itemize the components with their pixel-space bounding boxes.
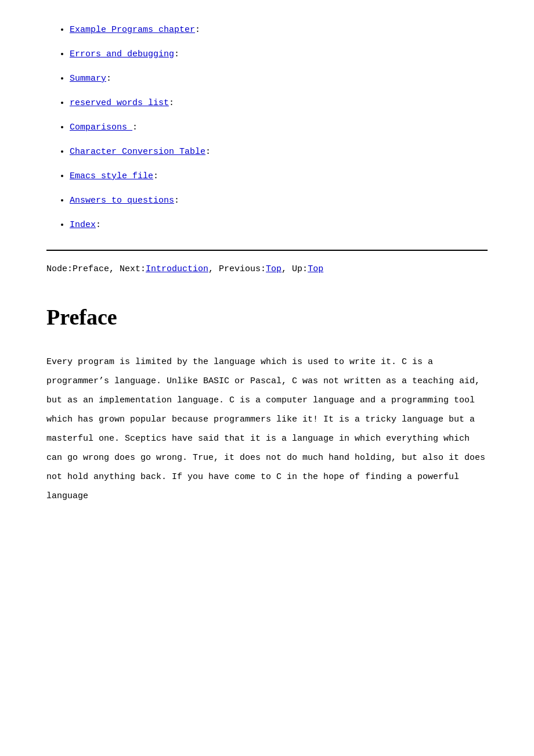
list-item: Emacs style file: — [70, 170, 488, 183]
list-item: Index: — [70, 218, 488, 232]
node-nav-end: , Up: — [282, 264, 308, 274]
page-title: Preface — [46, 300, 488, 335]
list-item: Summary: — [70, 72, 488, 86]
nav-link-character-conversion[interactable]: Character Conversion Table — [70, 147, 205, 157]
body-content: Every program is limited by the language… — [46, 352, 488, 506]
nav-link-example-programs[interactable]: Example Programs chapter — [70, 25, 195, 35]
prev-link[interactable]: Top — [266, 264, 282, 274]
nav-link-index[interactable]: Index — [70, 220, 96, 230]
nav-list: Example Programs chapter:Errors and debu… — [46, 23, 488, 232]
list-item: Example Programs chapter: — [70, 23, 488, 37]
section-divider — [46, 250, 488, 251]
nav-link-reserved-words[interactable]: reserved words list — [70, 98, 169, 108]
nav-link-errors-debugging[interactable]: Errors and debugging — [70, 49, 174, 59]
body-paragraph: Every program is limited by the language… — [46, 352, 488, 506]
nav-link-comparisons[interactable]: Comparisons — [70, 123, 132, 132]
nav-link-emacs-style[interactable]: Emacs style file — [70, 171, 153, 181]
list-item: Comparisons : — [70, 121, 488, 135]
nav-link-summary[interactable]: Summary — [70, 74, 106, 84]
list-item: Character Conversion Table: — [70, 145, 488, 159]
nav-link-answers-questions[interactable]: Answers to questions — [70, 196, 174, 206]
node-nav-prefix: Node:Preface, Next: — [46, 264, 146, 274]
next-link[interactable]: Introduction — [146, 264, 208, 274]
node-nav-middle: , Previous: — [208, 264, 266, 274]
list-item: Answers to questions: — [70, 194, 488, 208]
list-item: Errors and debugging: — [70, 48, 488, 62]
list-item: reserved words list: — [70, 96, 488, 110]
up-link[interactable]: Top — [308, 264, 323, 274]
node-navigation: Node:Preface, Next:Introduction, Previou… — [46, 262, 488, 276]
